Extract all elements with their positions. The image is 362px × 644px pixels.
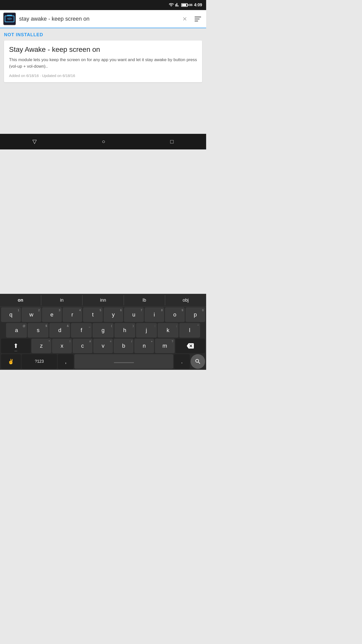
clear-button[interactable] <box>180 14 190 24</box>
battery-indicator <box>181 3 188 7</box>
back-button[interactable]: ▽ <box>25 136 44 147</box>
search-input[interactable] <box>19 16 177 22</box>
result-card[interactable]: Stay Awake - keep screen on This module … <box>4 41 202 82</box>
key-p[interactable]: 0p <box>186 307 205 322</box>
card-title: Stay Awake - keep screen on <box>9 46 197 54</box>
main-content: NOT INSTALLED Stay Awake - keep screen o… <box>0 28 206 134</box>
keyboard-row-2: @a $s &d _f (g )h :j ;k "l <box>0 323 206 338</box>
shift-key[interactable]: ⬆ — <box>1 339 31 353</box>
battery-percent: 86 <box>189 3 193 7</box>
keyboard-row-1: 1q 2w 3e 4r 5t 6y 7u 8i 9o 0p <box>0 307 206 323</box>
section-label: NOT INSTALLED <box>4 32 202 37</box>
spacebar[interactable] <box>74 354 173 369</box>
keyboard-row-3: ⬆ — *z !x #c =v /b +n ?m <box>0 338 206 354</box>
key-k[interactable]: ;k <box>158 323 178 338</box>
wifi-icon <box>169 2 174 8</box>
backspace-key[interactable] <box>175 339 205 353</box>
menu-button[interactable] <box>193 15 203 23</box>
key-o[interactable]: 9o <box>165 307 185 322</box>
key-g[interactable]: (g <box>93 323 113 338</box>
key-c[interactable]: #c <box>73 339 93 353</box>
nav-bar: ▽ ○ □ <box>0 134 206 149</box>
status-time: 4:09 <box>194 3 202 7</box>
suggestion-3[interactable]: lb <box>124 295 165 305</box>
numbers-key[interactable]: ?123 <box>22 354 57 369</box>
key-i[interactable]: 8i <box>145 307 164 322</box>
app-logo[interactable]: </> <box>3 12 16 25</box>
key-e[interactable]: 3e <box>42 307 62 322</box>
key-n[interactable]: +n <box>134 339 154 353</box>
key-j[interactable]: :j <box>136 323 157 338</box>
key-u[interactable]: 7u <box>124 307 144 322</box>
suggestion-4[interactable]: obj <box>165 295 206 305</box>
recent-button[interactable]: □ <box>163 136 181 147</box>
key-t[interactable]: 5t <box>83 307 103 322</box>
suggestion-2[interactable]: inn <box>82 295 123 305</box>
search-key[interactable] <box>191 354 205 369</box>
emoji-key[interactable]: ✌ <box>1 354 21 369</box>
key-x[interactable]: !x <box>52 339 72 353</box>
home-button[interactable]: ○ <box>94 136 113 147</box>
svg-text:</>: </> <box>7 17 12 21</box>
keyboard-bottom-row: ✌ ?123 , . <box>0 354 206 370</box>
key-z[interactable]: *z <box>31 339 51 353</box>
key-b[interactable]: /b <box>114 339 133 353</box>
key-v[interactable]: =v <box>93 339 113 353</box>
suggestions-row: on in inn lb obj <box>0 294 206 307</box>
card-meta: Added on 6/18/16 · Updated on 6/18/16 <box>9 73 197 78</box>
key-q[interactable]: 1q <box>1 307 21 322</box>
status-bar: 86 4:09 <box>0 0 206 10</box>
key-w[interactable]: 2w <box>22 307 41 322</box>
key-h[interactable]: )h <box>114 323 135 338</box>
key-l[interactable]: "l <box>179 323 200 338</box>
key-s[interactable]: $s <box>28 323 49 338</box>
key-y[interactable]: 6y <box>104 307 123 322</box>
period-key[interactable]: . <box>174 354 190 369</box>
svg-rect-2 <box>7 15 12 16</box>
card-description: This module lets you keep the screen on … <box>9 57 197 69</box>
suggestion-1[interactable]: in <box>41 295 82 305</box>
keyboard: on in inn lb obj 1q 2w 3e 4r 5t 6y 7u 8i… <box>0 294 206 370</box>
key-a[interactable]: @a <box>6 323 27 338</box>
key-m[interactable]: ?m <box>155 339 175 353</box>
comma-key[interactable]: , <box>58 354 74 369</box>
top-bar: </> <box>0 10 206 28</box>
signal-icon <box>175 3 180 8</box>
suggestion-0[interactable]: on <box>0 295 41 305</box>
key-f[interactable]: _f <box>71 323 92 338</box>
key-d[interactable]: &d <box>49 323 70 338</box>
key-r[interactable]: 4r <box>63 307 82 322</box>
